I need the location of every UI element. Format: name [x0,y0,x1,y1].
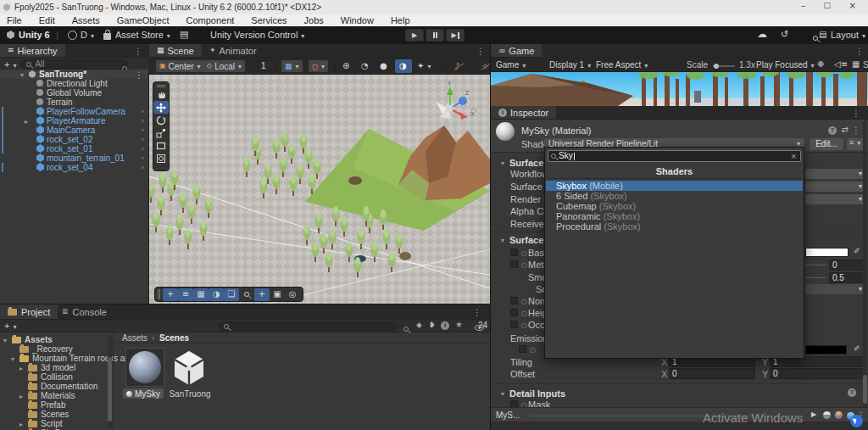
account-icon[interactable] [68,31,77,40]
shader-search-input[interactable]: Sky × [548,150,801,162]
step-button[interactable]: ▶ [446,29,465,42]
overlay-drag-handle[interactable] [158,289,160,299]
hierarchy-add-button[interactable]: + [4,59,16,70]
view-options[interactable]: ≡ [178,288,193,301]
base-color-swatch[interactable] [805,248,849,257]
version-control-dropdown[interactable]: Unity Version Control [210,30,304,40]
menu-assets[interactable]: Assets [72,15,100,25]
game-viewport[interactable] [491,72,868,106]
favorites-icon[interactable]: ★ [455,321,463,329]
history-icon[interactable]: ↺ [781,30,788,39]
tab-game[interactable]: ∞ Game [491,44,542,57]
lighting-toggle[interactable]: ◑ [209,288,224,301]
search-icon[interactable] [813,36,818,41]
effects-dropdown[interactable]: ✦ [417,62,431,70]
chevron-right-icon[interactable]: › [141,144,144,154]
smoothness-value-field[interactable]: 0.5 [829,272,865,283]
tree-row[interactable]: ▸Script [0,419,490,428]
metallic-map-checkbox[interactable] [510,260,518,268]
asset-thumbnail-mysky[interactable] [125,348,164,387]
account-dropdown[interactable]: D [81,30,94,40]
chevron-right-icon[interactable]: › [141,135,144,144]
tree-scrollbar[interactable] [108,335,112,428]
pivot-dropdown[interactable]: ▣Center [156,60,204,72]
menu-edit[interactable]: Edit [39,15,55,25]
menu-file[interactable]: File [7,15,22,25]
project-add-button[interactable]: + [4,321,16,331]
hierarchy-menu-icon[interactable]: ⋮ [134,47,142,56]
edit-shader-button[interactable]: Edit... [810,138,843,150]
tree-row[interactable]: Scenes [0,410,490,419]
asset-icon-santruong[interactable] [172,349,206,387]
project-menu-icon[interactable]: ⋮ [473,308,481,317]
shader-option[interactable]: Procedural (Skybox) [546,221,803,232]
hierarchy-row-prefab[interactable]: rock_set_04› [0,163,148,172]
menu-component[interactable]: Component [186,15,234,25]
audio-muted-icon[interactable]: ♪ [454,61,460,72]
chevron-right-icon[interactable]: › [141,126,144,135]
render-face-dropdown[interactable]: ▾ [805,194,865,204]
tab-animator[interactable]: ✦ Animator [202,44,264,57]
inspector-scrollbar[interactable] [863,120,867,407]
pause-button[interactable] [426,29,444,42]
hierarchy-row-prefab[interactable]: ▸PlayerArmature› [0,116,148,126]
display-dropdown[interactable]: Display 1 [549,60,591,70]
menu-window[interactable]: Window [341,15,374,25]
game-mode-dropdown[interactable]: Game [496,60,526,70]
preview-play-icon[interactable]: ▶ [811,411,816,418]
minimize-button[interactable]: – [801,2,805,10]
smoothness-source-dropdown[interactable]: ▾ [805,284,865,294]
chevron-right-icon[interactable]: › [141,163,144,172]
hierarchy-row-prefab[interactable]: PlayerFollowCamera› [0,107,148,116]
breadcrumb-root[interactable]: Assets [122,333,147,343]
move-overlay[interactable]: + [254,288,270,301]
info-icon[interactable]: i [441,321,449,330]
hierarchy-row[interactable]: Terrain [0,98,148,107]
gizmo-toggle[interactable]: + [163,288,178,301]
chevron-right-icon[interactable]: › [141,107,144,116]
orientation-gizmo[interactable]: Y Z X [426,80,478,132]
label-filter-icon[interactable]: ❥ [429,321,436,329]
maximize-button[interactable]: □ [823,2,831,9]
hierarchy-row-prefab[interactable]: rock_set_02› [0,135,148,144]
preview-color-icon[interactable] [835,411,843,419]
shader-option[interactable]: 6 Sided (Skybox) [546,191,803,201]
clear-search-icon[interactable]: × [790,153,797,160]
tree-row[interactable]: ▸Materials [0,391,490,400]
menu-jobs[interactable]: Jobs [304,15,324,25]
inspector-menu-icon[interactable]: ⋮ [852,109,860,118]
shaded-wire-mode-icon[interactable]: ◔ [361,62,369,70]
eyedropper-icon[interactable]: ✐ [854,248,860,255]
normal-map-checkbox[interactable] [510,297,518,304]
move-tool[interactable] [153,101,169,114]
chevron-right-icon[interactable]: › [141,154,144,163]
scene-menu-icon[interactable]: ⋮ [476,47,485,56]
menu-help[interactable]: Help [391,15,410,25]
tree-row[interactable]: ▾Mountain Terrain rocks an [0,354,490,363]
presets-icon[interactable]: ⇄ [842,126,849,134]
tab-console[interactable]: ≣ Console [54,304,114,319]
asset-label-mysky[interactable]: MySky [123,388,164,399]
base-map-checkbox[interactable] [510,249,518,256]
detail-inputs-header[interactable]: Detail Inputs [509,388,565,399]
stats-grid-icon[interactable]: ▦ [852,60,860,69]
asset-store-button[interactable]: Asset Store [115,30,170,40]
search-in-window-icon[interactable] [403,327,409,332]
shader-option[interactable]: Skybox (Mobile) [546,181,803,191]
tree-row[interactable]: ▸3d model [0,363,490,372]
tab-scene[interactable]: ▦ Scene [149,44,202,57]
hierarchy-row-prefab[interactable]: MainCamera› [0,126,148,135]
offset-x-field[interactable]: 0 [669,368,755,379]
height-map-checkbox[interactable] [510,309,518,316]
hierarchy-scene-row[interactable]: ▾ SanTruong* ⋮ [0,70,148,79]
asset-filter-icon[interactable]: ◈ [416,321,422,329]
menu-services[interactable]: Services [251,15,287,25]
compass-overlay[interactable]: ◎ [285,288,300,301]
orientation-dropdown[interactable]: ◇Local [203,60,245,72]
game-menu-icon[interactable]: ⋮ [855,47,864,56]
wireframe-mode-icon[interactable]: ⊕ [342,62,349,70]
smoothness-slider[interactable] [805,277,826,278]
tree-row[interactable]: Prefab [0,400,490,410]
rotate-tool[interactable] [153,114,169,126]
breadcrumb-current[interactable]: Scenes [159,333,189,343]
